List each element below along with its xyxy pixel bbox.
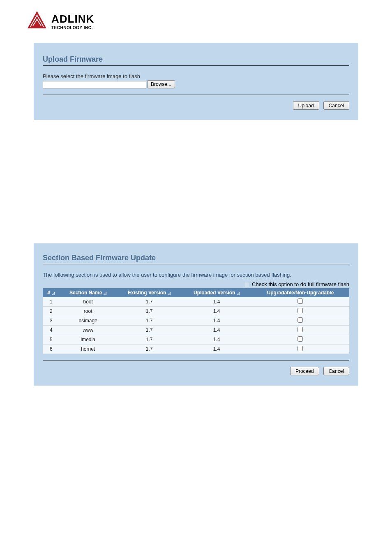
cell-section-name: lmedia — [59, 335, 116, 345]
table-row: 1boot1.71.4 — [43, 297, 349, 307]
cell-existing-version: 1.7 — [117, 345, 182, 354]
proceed-button[interactable]: Proceed — [290, 367, 319, 375]
cell-uploaded-version: 1.4 — [182, 297, 251, 307]
upgradable-checkbox[interactable] — [297, 346, 303, 351]
cell-num: 1 — [43, 297, 59, 307]
upload-panel-title: Upload Firmware — [43, 55, 349, 66]
sort-icon: ◿ — [237, 291, 240, 295]
cell-num: 4 — [43, 326, 59, 335]
table-row: 4www1.71.4 — [43, 326, 349, 335]
full-flash-label: Check this option to do full firmware fl… — [252, 281, 349, 287]
cell-num: 3 — [43, 316, 59, 326]
col-uploaded-version[interactable]: Uploaded Version◿ — [182, 288, 251, 297]
cell-upgradable — [251, 326, 349, 335]
upload-cancel-button[interactable]: Cancel — [323, 101, 349, 110]
cell-section-name: www — [59, 326, 116, 335]
col-existing-version[interactable]: Existing Version◿ — [117, 288, 182, 297]
upload-prompt: Please select the firmware image to flas… — [43, 73, 349, 79]
cell-uploaded-version: 1.4 — [182, 345, 251, 354]
cell-upgradable — [251, 345, 349, 354]
cell-section-name: boot — [59, 297, 116, 307]
firmware-file-input[interactable] — [43, 81, 146, 88]
sort-icon: ◿ — [52, 291, 55, 295]
sort-icon: ◿ — [168, 291, 171, 295]
upgradable-checkbox[interactable] — [297, 336, 303, 342]
cell-existing-version: 1.7 — [117, 326, 182, 335]
section-panel-title: Section Based Firmware Update — [43, 254, 349, 264]
upgradable-checkbox[interactable] — [297, 308, 303, 313]
cell-existing-version: 1.7 — [117, 335, 182, 345]
col-upgradable: Upgradable/Non-Upgradable — [251, 288, 349, 297]
cell-upgradable — [251, 335, 349, 345]
cell-upgradable — [251, 307, 349, 316]
cell-num: 6 — [43, 345, 59, 354]
sort-icon: ◿ — [104, 291, 106, 295]
table-row: 3osimage1.71.4 — [43, 316, 349, 326]
table-row: 5lmedia1.71.4 — [43, 335, 349, 345]
cell-upgradable — [251, 316, 349, 326]
section-firmware-panel: Section Based Firmware Update The follow… — [34, 243, 358, 386]
browse-button[interactable]: Browse... — [147, 80, 175, 88]
table-row: 2root1.71.4 — [43, 307, 349, 316]
cell-section-name: hornet — [59, 345, 116, 354]
section-cancel-button[interactable]: Cancel — [323, 367, 349, 375]
cell-section-name: osimage — [59, 316, 116, 326]
cell-uploaded-version: 1.4 — [182, 316, 251, 326]
logo-area: ADLINK TECHNOLOGY INC. — [0, 10, 392, 43]
logo-brand: ADLINK — [51, 13, 94, 25]
upgradable-checkbox[interactable] — [297, 317, 303, 323]
cell-existing-version: 1.7 — [117, 316, 182, 326]
cell-existing-version: 1.7 — [117, 307, 182, 316]
table-row: 6hornet1.71.4 — [43, 345, 349, 354]
cell-existing-version: 1.7 — [117, 297, 182, 307]
section-panel-desc: The following section is used to allow t… — [43, 272, 349, 278]
cell-num: 2 — [43, 307, 59, 316]
col-section-name[interactable]: Section Name◿ — [59, 288, 116, 297]
cell-upgradable — [251, 297, 349, 307]
cell-uploaded-version: 1.4 — [182, 307, 251, 316]
adlink-logo-icon — [27, 10, 47, 32]
cell-num: 5 — [43, 335, 59, 345]
logo-tagline: TECHNOLOGY INC. — [51, 25, 94, 30]
firmware-sections-table: #◿ Section Name◿ Existing Version◿ Uploa… — [43, 288, 349, 354]
cell-section-name: root — [59, 307, 116, 316]
cell-uploaded-version: 1.4 — [182, 335, 251, 345]
upload-button[interactable]: Upload — [293, 101, 319, 110]
logo-text: ADLINK TECHNOLOGY INC. — [51, 13, 94, 30]
full-flash-checkbox[interactable] — [244, 282, 249, 287]
cell-uploaded-version: 1.4 — [182, 326, 251, 335]
col-num[interactable]: #◿ — [43, 288, 59, 297]
upload-firmware-panel: Upload Firmware Please select the firmwa… — [34, 43, 358, 120]
upgradable-checkbox[interactable] — [297, 327, 303, 332]
upgradable-checkbox[interactable] — [297, 298, 303, 304]
